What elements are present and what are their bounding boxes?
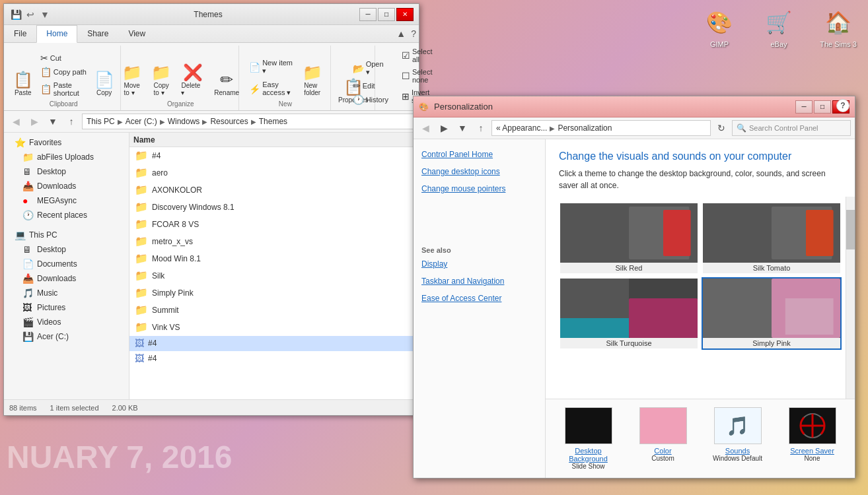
qa-save-btn[interactable]: 💾: [9, 8, 22, 21]
file-list[interactable]: 📁 #4 📁 aero 📁 AXONKOLOR 📁 Discovery Wind…: [129, 147, 419, 399]
change-mouse-pointers-link[interactable]: Change mouse pointers: [421, 184, 537, 193]
select-none-button[interactable]: ☐ Select none: [398, 66, 443, 86]
sims3-icon[interactable]: 🏠 The Sims 3: [815, 7, 861, 48]
cut-button[interactable]: ✂ Cut: [37, 51, 90, 65]
ease-access-link[interactable]: Ease of Access Center: [421, 294, 537, 303]
new-item-button[interactable]: 📄 New item ▾: [246, 57, 299, 77]
nav-favorites-header[interactable]: ⭐ Favorites: [4, 135, 129, 150]
rename-button[interactable]: ✏ Rename: [210, 69, 243, 99]
pers-refresh-btn[interactable]: ↻: [713, 120, 729, 136]
gimp-icon[interactable]: 🎨 GIMP: [696, 7, 742, 48]
nav-desktop-pc[interactable]: 🖥 Desktop: [4, 242, 129, 257]
pers-titlebar: 🎨 Personalization ─ □ ✕: [414, 96, 855, 117]
forward-button[interactable]: ▶: [26, 114, 42, 129]
ribbon-collapse-btn[interactable]: ▲: [394, 25, 408, 42]
control-panel-home-link[interactable]: Control Panel Home: [421, 150, 537, 159]
file-item-fcoar[interactable]: 📁 FCOAR 8 VS: [129, 216, 419, 233]
tab-home[interactable]: Home: [36, 25, 77, 43]
file-item-simply-pink[interactable]: 📁 Simply Pink: [129, 284, 419, 302]
easy-access-button[interactable]: ⚡ Easy access ▾: [246, 79, 299, 99]
copy-button[interactable]: 📄 Copy: [92, 69, 117, 99]
ribbon-help-btn[interactable]: ?: [408, 25, 419, 42]
theme-item-silk-turquoise[interactable]: Silk Turquoise: [559, 277, 699, 350]
dropdown-button[interactable]: ▼: [45, 114, 61, 129]
paste-button[interactable]: 📋 Paste: [11, 69, 36, 99]
theme-scrollbar-thumb[interactable]: [846, 210, 855, 249]
close-button[interactable]: ✕: [396, 8, 414, 21]
theme-item-silk-tomato[interactable]: Silk Tomato: [702, 202, 842, 275]
history-button[interactable]: 🕐 History: [349, 93, 392, 106]
copy-path-button[interactable]: 📋 Copy path: [37, 65, 90, 79]
pers-main: Change the visuals and sounds on your co…: [546, 139, 855, 478]
pers-minimize-btn[interactable]: ─: [795, 100, 813, 114]
nav-megasync[interactable]: ● MEGAsync: [4, 193, 129, 208]
file-item-discovery[interactable]: 📁 Discovery Windows 8.1: [129, 199, 419, 216]
ebay-icon[interactable]: 🛒 eBay: [756, 7, 802, 48]
desktop-bg-accessory[interactable]: Desktop Background Slide Show: [559, 407, 618, 470]
delete-button[interactable]: ❌ Delete ▾: [176, 62, 209, 99]
file-item-summit[interactable]: 📁 Summit: [129, 302, 419, 319]
change-desktop-icons-link[interactable]: Change desktop icons: [421, 167, 537, 176]
move-to-button[interactable]: 📁 Moveto ▾: [118, 62, 146, 99]
select-all-button[interactable]: ☑ Select all: [398, 46, 443, 65]
address-path[interactable]: This PC ▶ Acer (C:) ▶ Windows ▶ Resource…: [82, 114, 415, 129]
theme-grid-container[interactable]: Silk Red Silk Tomato: [546, 197, 855, 399]
pers-back-btn[interactable]: ◀: [417, 120, 433, 136]
file-item-hash4-theme1[interactable]: 🖼 #4: [129, 336, 419, 351]
theme-scrollbar[interactable]: [846, 197, 855, 399]
file-item-metro[interactable]: 📁 metro_x_vs: [129, 233, 419, 250]
file-item-silk[interactable]: 📁 Silk: [129, 267, 419, 284]
sounds-accessory[interactable]: 🎵 Sounds Windows Default: [708, 407, 767, 462]
nav-thispc-header[interactable]: 💻 This PC: [4, 228, 129, 242]
nav-downloads-pc[interactable]: 📥 Downloads: [4, 271, 129, 286]
tab-share[interactable]: Share: [77, 25, 118, 42]
theme-item-simply-pink[interactable]: Simply Pink: [702, 277, 842, 350]
file-item-axonkolor[interactable]: 📁 AXONKOLOR: [129, 182, 419, 199]
pers-dropdown-btn[interactable]: ▼: [454, 120, 470, 136]
paste-shortcut-button[interactable]: 📋 Paste shortcut: [37, 79, 90, 99]
nav-recent[interactable]: 🕐 Recent places: [4, 208, 129, 222]
file-item-aero[interactable]: 📁 aero: [129, 164, 419, 182]
taskbar-nav-link[interactable]: Taskbar and Navigation: [421, 277, 537, 286]
tab-file[interactable]: File: [4, 25, 36, 42]
back-button[interactable]: ◀: [8, 114, 24, 129]
tab-view[interactable]: View: [118, 25, 155, 42]
nav-documents[interactable]: 📄 Documents: [4, 257, 129, 271]
pers-path[interactable]: « Appearanc... ▶ Personalization: [491, 120, 711, 136]
pers-forward-btn[interactable]: ▶: [436, 120, 452, 136]
up-button[interactable]: ↑: [63, 114, 79, 129]
pers-up-btn[interactable]: ↑: [473, 120, 489, 136]
file-item-hash4-theme2[interactable]: 🖼 #4: [129, 351, 419, 366]
maximize-button[interactable]: □: [378, 8, 395, 21]
pers-help-btn[interactable]: ?: [836, 99, 850, 112]
file-list-header: Name: [129, 133, 419, 147]
pers-sidebar: Control Panel Home Change desktop icons …: [414, 139, 546, 478]
clipboard-group: 📋 Paste ✂ Cut 📋 Copy path: [7, 46, 121, 110]
edit-button[interactable]: ✏ Edit: [349, 79, 392, 92]
copy-to-button[interactable]: 📁 Copyto ▾: [147, 62, 176, 99]
nav-videos[interactable]: 🎬 Videos: [4, 315, 129, 329]
nav-desktop-fav[interactable]: 🖥 Desktop: [4, 164, 129, 179]
nav-downloads-fav[interactable]: 📥 Downloads: [4, 179, 129, 193]
qa-undo-btn[interactable]: ↩: [24, 8, 37, 21]
screensaver-accessory[interactable]: Screen Saver None: [783, 407, 842, 462]
open-label: Open ▾: [366, 60, 388, 77]
file-item-vink[interactable]: 📁 Vink VS: [129, 319, 419, 336]
file-name-6: metro_x_vs: [152, 237, 193, 246]
file-item-hash4-1[interactable]: 📁 #4: [129, 147, 419, 164]
open-button[interactable]: 📂 Open ▾: [349, 58, 392, 79]
file-item-mood[interactable]: 📁 Mood Win 8.1: [129, 250, 419, 267]
nav-pictures[interactable]: 🖼 Pictures: [4, 300, 129, 315]
nav-acerc[interactable]: 💾 Acer (C:): [4, 329, 129, 344]
theme-item-silk-red[interactable]: Silk Red: [559, 202, 699, 275]
nav-music[interactable]: 🎵 Music: [4, 286, 129, 300]
qa-dropdown-btn[interactable]: ▼: [38, 8, 52, 21]
pers-maximize-btn[interactable]: □: [814, 100, 831, 114]
pers-search-box[interactable]: 🔍 Search Control Panel: [732, 120, 851, 136]
new-folder-button[interactable]: 📁 Newfolder: [300, 62, 325, 99]
display-link[interactable]: Display: [421, 259, 537, 269]
color-accessory[interactable]: Color Custom: [633, 407, 692, 462]
nav-abfiles[interactable]: 📁 abFiles Uploads: [4, 150, 129, 164]
open-group: 📂 Open ▾ ✏ Edit 🕐 History: [349, 58, 392, 106]
minimize-button[interactable]: ─: [359, 8, 377, 21]
